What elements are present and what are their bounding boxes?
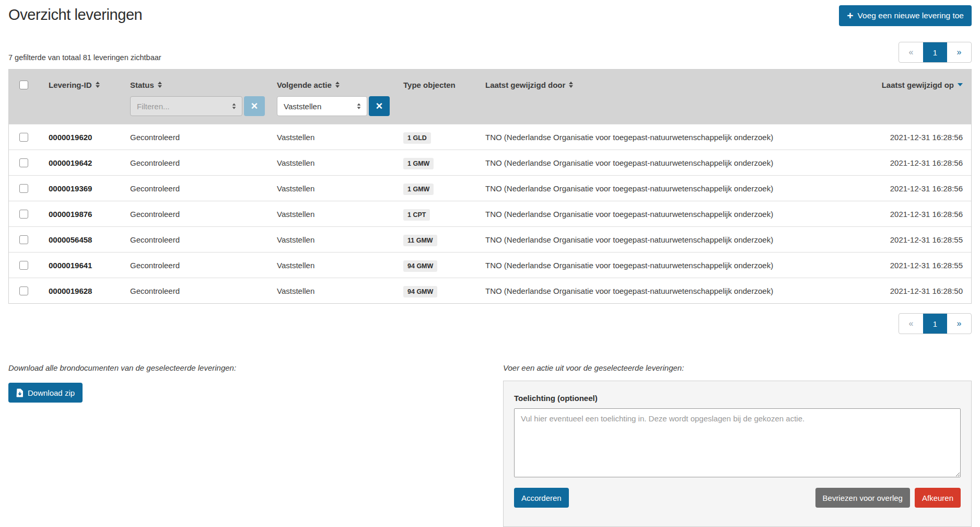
bottom-pagination-wrap: « 1 » bbox=[8, 313, 972, 334]
type-objecten-badge: 1 GMW bbox=[403, 158, 434, 169]
volgende-actie-filter-clear-button[interactable]: × bbox=[369, 96, 390, 116]
page: Overzicht leveringen + Voeg een nieuwe l… bbox=[0, 0, 980, 527]
column-header-status[interactable]: Status bbox=[130, 81, 277, 89]
row-checkbox[interactable] bbox=[19, 287, 28, 295]
column-header-type-objecten: Type objecten bbox=[403, 81, 485, 89]
table-header: Levering-ID Status Volgende actie Type o… bbox=[9, 70, 971, 124]
afkeuren-button[interactable]: Afkeuren bbox=[915, 488, 961, 508]
laatst-gewijzigd-op-cell: 2021-12-31 16:28:55 bbox=[861, 261, 971, 270]
table-row[interactable]: 0000019641 Gecontroleerd Vaststellen 94 … bbox=[9, 252, 971, 278]
type-objecten-badge: 94 GMW bbox=[403, 286, 437, 297]
sort-icon bbox=[96, 82, 100, 88]
laatst-gewijzigd-op-cell: 2021-12-31 16:28:55 bbox=[861, 235, 971, 244]
topbar: Overzicht leveringen + Voeg een nieuwe l… bbox=[8, 5, 972, 26]
status-cell: Gecontroleerd bbox=[130, 158, 277, 167]
add-delivery-button[interactable]: + Voeg een nieuwe levering toe bbox=[839, 5, 972, 26]
table-row[interactable]: 0000019642 Gecontroleerd Vaststellen 1 G… bbox=[9, 150, 971, 175]
download-zip-button[interactable]: Download zip bbox=[8, 383, 83, 403]
select-caret-icon bbox=[357, 103, 361, 109]
column-header-laatst-gewijzigd-door[interactable]: Laatst gewijzigd door bbox=[485, 81, 861, 89]
pagination-current-page[interactable]: 1 bbox=[923, 42, 947, 62]
filter-summary: 7 gefilterde van totaal 81 leveringen zi… bbox=[8, 53, 161, 63]
table-row[interactable]: 0000019369 Gecontroleerd Vaststellen 1 G… bbox=[9, 175, 971, 201]
laatst-gewijzigd-door-cell: TNO (Nederlandse Organisatie voor toegep… bbox=[485, 261, 773, 270]
laatst-gewijzigd-op-cell: 2021-12-31 16:28:56 bbox=[861, 184, 971, 193]
volgende-actie-cell: Vaststellen bbox=[277, 210, 403, 219]
levering-id-cell: 0000019642 bbox=[49, 158, 92, 167]
select-all-checkbox[interactable] bbox=[19, 81, 28, 89]
action-section-label: Voer een actie uit voor de geselecteerde… bbox=[503, 363, 972, 372]
download-section-label: Download alle brondocumenten van de gese… bbox=[8, 363, 503, 372]
status-cell: Gecontroleerd bbox=[130, 184, 277, 193]
add-delivery-button-label: Voeg een nieuwe levering toe bbox=[858, 11, 964, 20]
status-filter-select[interactable]: Filteren... bbox=[130, 96, 242, 116]
volgende-actie-cell: Vaststellen bbox=[277, 133, 403, 142]
type-objecten-badge: 11 GMW bbox=[403, 235, 437, 246]
action-panel: Toelichting (optioneel) Accorderen Bevri… bbox=[503, 381, 972, 527]
leveringen-table: Levering-ID Status Volgende actie Type o… bbox=[8, 69, 972, 304]
levering-id-cell: 0000019369 bbox=[49, 184, 92, 193]
row-checkbox[interactable] bbox=[19, 133, 28, 142]
table-row[interactable]: 0000019876 Gecontroleerd Vaststellen 1 C… bbox=[9, 201, 971, 226]
volgende-actie-cell: Vaststellen bbox=[277, 235, 403, 244]
column-header-laatst-gewijzigd-op[interactable]: Laatst gewijzigd op bbox=[861, 81, 971, 89]
levering-id-cell: 0000056458 bbox=[49, 235, 92, 244]
laatst-gewijzigd-op-cell: 2021-12-31 16:28:56 bbox=[861, 210, 971, 219]
pagination-prev-button[interactable]: « bbox=[899, 42, 923, 62]
row-checkbox[interactable] bbox=[19, 210, 28, 219]
sort-icon bbox=[569, 82, 573, 88]
row-checkbox[interactable] bbox=[19, 158, 28, 167]
column-header-volgende-actie[interactable]: Volgende actie bbox=[277, 81, 403, 89]
levering-id-cell: 0000019628 bbox=[49, 287, 92, 295]
table-body: 0000019620 Gecontroleerd Vaststellen 1 G… bbox=[9, 124, 971, 303]
volgende-actie-cell: Vaststellen bbox=[277, 287, 403, 295]
volgende-actie-filter-select[interactable]: Vaststellen bbox=[277, 96, 367, 116]
type-objecten-badge: 1 GLD bbox=[403, 132, 431, 144]
volgende-actie-cell: Vaststellen bbox=[277, 158, 403, 167]
download-section: Download alle brondocumenten van de gese… bbox=[8, 363, 503, 403]
pagination-bottom: « 1 » bbox=[899, 313, 972, 334]
type-objecten-badge: 1 CPT bbox=[403, 209, 430, 221]
row-checkbox[interactable] bbox=[19, 261, 28, 270]
action-buttons-right-group: Bevriezen voor overleg Afkeuren bbox=[815, 488, 961, 508]
download-zip-button-label: Download zip bbox=[28, 388, 75, 397]
row-checkbox[interactable] bbox=[19, 184, 28, 193]
laatst-gewijzigd-door-cell: TNO (Nederlandse Organisatie voor toegep… bbox=[485, 287, 773, 295]
table-row[interactable]: 0000019620 Gecontroleerd Vaststellen 1 G… bbox=[9, 124, 971, 150]
laatst-gewijzigd-door-cell: TNO (Nederlandse Organisatie voor toegep… bbox=[485, 235, 773, 244]
pagination-next-button[interactable]: » bbox=[947, 314, 971, 334]
levering-id-cell: 0000019641 bbox=[49, 261, 92, 270]
bevriezen-voor-overleg-button[interactable]: Bevriezen voor overleg bbox=[815, 488, 910, 508]
sort-icon bbox=[158, 82, 162, 88]
laatst-gewijzigd-door-cell: TNO (Nederlandse Organisatie voor toegep… bbox=[485, 133, 773, 142]
column-header-levering-id[interactable]: Levering-ID bbox=[49, 81, 130, 89]
pagination-current-page[interactable]: 1 bbox=[923, 314, 947, 334]
download-zip-icon bbox=[16, 388, 24, 397]
laatst-gewijzigd-door-cell: TNO (Nederlandse Organisatie voor toegep… bbox=[485, 184, 773, 193]
type-objecten-badge: 1 GMW bbox=[403, 184, 434, 195]
row-checkbox[interactable] bbox=[19, 235, 28, 244]
pagination-prev-button[interactable]: « bbox=[899, 314, 923, 334]
volgende-actie-cell: Vaststellen bbox=[277, 261, 403, 270]
sort-icon bbox=[335, 82, 340, 88]
action-buttons-row: Accorderen Bevriezen voor overleg Afkeur… bbox=[514, 488, 961, 508]
clear-x-icon: × bbox=[376, 100, 383, 112]
laatst-gewijzigd-door-cell: TNO (Nederlandse Organisatie voor toegep… bbox=[485, 158, 773, 167]
pagination-next-button[interactable]: » bbox=[947, 42, 971, 62]
status-filter-clear-button[interactable]: × bbox=[244, 96, 265, 116]
status-cell: Gecontroleerd bbox=[130, 261, 277, 270]
status-cell: Gecontroleerd bbox=[130, 210, 277, 219]
status-filter-placeholder: Filteren... bbox=[137, 102, 170, 111]
table-row[interactable]: 0000056458 Gecontroleerd Vaststellen 11 … bbox=[9, 226, 971, 252]
table-row[interactable]: 0000019628 Gecontroleerd Vaststellen 94 … bbox=[9, 278, 971, 303]
clear-x-icon: × bbox=[251, 100, 258, 112]
bottom-section: Download alle brondocumenten van de gese… bbox=[8, 363, 972, 527]
status-cell: Gecontroleerd bbox=[130, 287, 277, 295]
status-cell: Gecontroleerd bbox=[130, 133, 277, 142]
accorderen-button[interactable]: Accorderen bbox=[514, 488, 569, 508]
sort-descending-icon bbox=[958, 83, 963, 86]
filter-row: Filteren... × Vaststellen × bbox=[9, 96, 971, 117]
laatst-gewijzigd-op-cell: 2021-12-31 16:28:56 bbox=[861, 133, 971, 142]
toelichting-textarea[interactable] bbox=[514, 408, 961, 477]
action-section: Voer een actie uit voor de geselecteerde… bbox=[503, 363, 972, 527]
